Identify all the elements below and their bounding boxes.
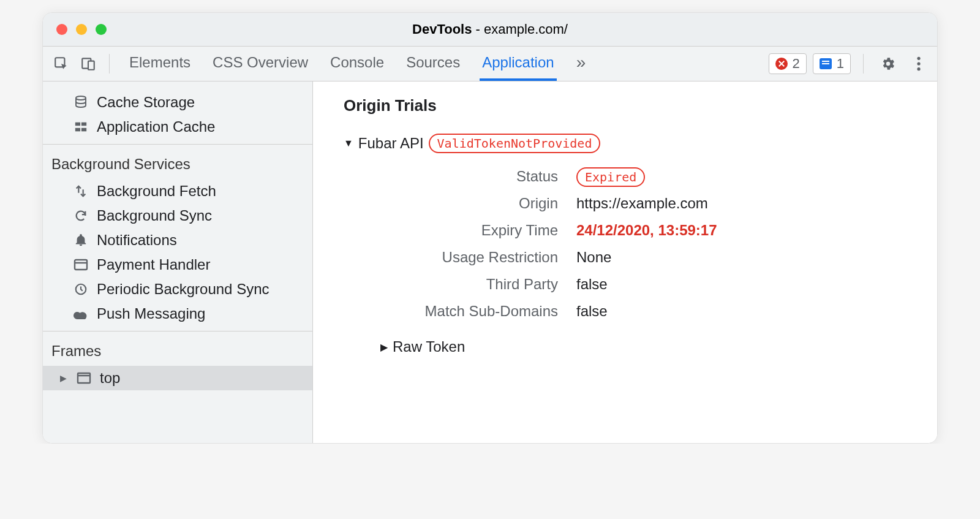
sidebar-item-application-cache[interactable]: Application Cache — [43, 115, 312, 139]
tab-sources[interactable]: Sources — [404, 47, 462, 81]
toolbar-separator — [863, 54, 864, 74]
sidebar-item-cache-storage[interactable]: Cache Storage — [43, 90, 312, 115]
svg-rect-9 — [75, 128, 80, 132]
application-sidebar: Cache Storage Application Cache Backgrou… — [43, 81, 313, 443]
main-toolbar: Elements CSS Overview Console Sources Ap… — [43, 47, 937, 81]
close-window-button[interactable] — [56, 24, 67, 35]
origin-trial-status-badge: ValidTokenNotProvided — [429, 134, 601, 153]
svg-rect-10 — [81, 128, 86, 132]
kv-key: Match Sub-Domains — [362, 303, 558, 320]
sidebar-heading-frames: Frames — [43, 336, 312, 366]
svg-rect-2 — [88, 61, 94, 70]
issues-icon — [820, 58, 832, 69]
chevron-right-icon: ▶ — [380, 341, 388, 353]
issues-count-button[interactable]: 1 — [813, 53, 851, 74]
sidebar-item-label: Push Messaging — [97, 305, 205, 322]
raw-token-label: Raw Token — [393, 338, 465, 355]
kv-key: Origin — [362, 195, 558, 212]
fullscreen-window-button[interactable] — [96, 24, 107, 35]
sidebar-item-label: Notifications — [97, 232, 177, 249]
window-title: DevTools - example.com/ — [43, 21, 937, 37]
panel-content: Cache Storage Application Cache Backgrou… — [43, 81, 937, 443]
error-count-button[interactable]: 2 — [769, 53, 807, 74]
window-controls — [43, 24, 107, 35]
devtools-window: DevTools - example.com/ Elements CSS Ove… — [42, 12, 938, 444]
tab-elements[interactable]: Elements — [127, 47, 193, 81]
svg-point-6 — [76, 96, 86, 100]
issues-count-value: 1 — [837, 56, 844, 72]
svg-point-3 — [917, 57, 920, 60]
tab-console[interactable]: Console — [328, 47, 386, 81]
bell-icon — [72, 233, 89, 247]
card-icon — [72, 259, 89, 271]
sidebar-item-notifications[interactable]: Notifications — [43, 228, 312, 252]
error-icon — [775, 58, 788, 70]
sidebar-item-label: Periodic Background Sync — [97, 281, 269, 298]
tab-application[interactable]: Application — [480, 47, 556, 81]
sidebar-item-background-fetch[interactable]: Background Fetch — [43, 179, 312, 203]
sidebar-item-label: Application Cache — [97, 118, 215, 135]
settings-icon[interactable] — [876, 51, 900, 76]
kv-row-origin: Origin https://example.com — [362, 195, 913, 212]
cloud-icon — [72, 308, 89, 319]
status-badge: Expired — [576, 167, 645, 187]
db-icon — [72, 95, 89, 110]
device-toggle-icon[interactable] — [76, 51, 100, 76]
minimize-window-button[interactable] — [76, 24, 87, 35]
kv-value: None — [576, 249, 611, 266]
clock-icon — [72, 282, 89, 296]
kv-value: false — [576, 276, 608, 293]
sidebar-item-label: Background Fetch — [97, 183, 216, 200]
fetch-icon — [72, 184, 89, 198]
sidebar-item-label: Payment Handler — [97, 256, 210, 273]
sidebar-item-push-messaging[interactable]: Push Messaging — [43, 301, 312, 326]
more-icon[interactable] — [907, 51, 931, 76]
sidebar-item-payment-handler[interactable]: Payment Handler — [43, 252, 312, 277]
error-count-value: 2 — [793, 56, 800, 72]
kv-row-match-subdomains: Match Sub-Domains false — [362, 303, 913, 320]
chevron-right-icon: ▶ — [60, 373, 67, 383]
raw-token-row[interactable]: ▶ Raw Token — [380, 338, 913, 355]
svg-rect-8 — [81, 123, 86, 126]
grid-icon — [72, 120, 89, 134]
kv-value: false — [576, 303, 608, 320]
svg-rect-13 — [78, 373, 90, 383]
sidebar-item-label: top — [100, 369, 120, 387]
svg-point-4 — [917, 62, 920, 65]
sidebar-item-background-sync[interactable]: Background Sync — [43, 203, 312, 228]
sidebar-heading-background-services: Background Services — [43, 150, 312, 179]
sidebar-item-periodic-background-sync[interactable]: Periodic Background Sync — [43, 277, 312, 301]
kv-key: Usage Restriction — [362, 249, 558, 266]
panel-heading: Origin Trials — [344, 96, 913, 115]
tabs-overflow-icon[interactable]: » — [574, 47, 589, 81]
kv-row-expiry: Expiry Time 24/12/2020, 13:59:17 — [362, 222, 913, 239]
tab-css-overview[interactable]: CSS Overview — [210, 47, 311, 81]
svg-point-5 — [917, 67, 920, 70]
sidebar-item-label: Background Sync — [97, 207, 212, 224]
kv-value: 24/12/2020, 13:59:17 — [576, 222, 717, 239]
window-icon — [75, 372, 92, 384]
sidebar-item-frame-top[interactable]: ▶ top — [43, 366, 312, 390]
titlebar: DevTools - example.com/ — [43, 13, 937, 47]
chevron-down-icon: ▼ — [344, 138, 353, 149]
toolbar-separator — [109, 54, 110, 74]
kv-key: Expiry Time — [362, 222, 558, 239]
kv-value: https://example.com — [576, 195, 708, 212]
sidebar-item-label: Cache Storage — [97, 94, 195, 111]
kv-row-usage-restriction: Usage Restriction None — [362, 249, 913, 266]
kv-key: Status — [362, 168, 558, 185]
main-panel: Origin Trials ▼ Fubar API ValidTokenNotP… — [313, 81, 937, 443]
kv-row-status: Status Expired — [362, 168, 913, 185]
kv-key: Third Party — [362, 276, 558, 293]
svg-rect-7 — [75, 123, 80, 126]
origin-trial-row[interactable]: ▼ Fubar API ValidTokenNotProvided — [344, 134, 913, 153]
panel-tabs: Elements CSS Overview Console Sources Ap… — [127, 47, 588, 81]
svg-rect-11 — [75, 260, 87, 270]
sync-icon — [72, 209, 89, 222]
kv-row-third-party: Third Party false — [362, 276, 913, 293]
inspect-element-icon[interactable] — [49, 51, 74, 76]
origin-trial-name: Fubar API — [358, 135, 424, 152]
